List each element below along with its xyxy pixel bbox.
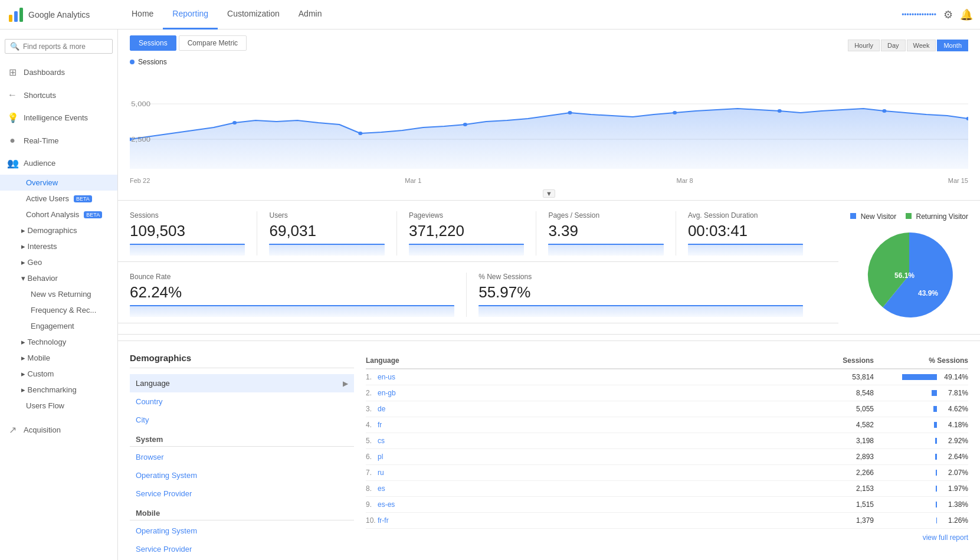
day-btn[interactable]: Day	[881, 40, 906, 51]
header-language: Language	[366, 356, 815, 365]
metric-avg-duration-sparkline	[688, 244, 803, 256]
metric-bounce-label: Bounce Rate	[130, 273, 454, 281]
demo-mobile-os[interactable]: Operating System	[130, 522, 354, 540]
new-visitor-label: New Visitor	[861, 212, 896, 221]
metric-pages-session-sparkline	[548, 244, 663, 256]
intelligence-label: Intelligence Events	[24, 113, 88, 122]
sidebar-sub-mobile[interactable]: ▸ Mobile	[0, 350, 117, 366]
audience-icon: 👥	[7, 158, 18, 169]
row-num: 8.	[366, 484, 378, 493]
sidebar-item-dashboards[interactable]: ⊞ Dashboards	[0, 61, 117, 84]
demo-city[interactable]: City	[130, 411, 354, 429]
demo-language[interactable]: Language ▶	[130, 374, 354, 392]
row-pct-wrap: 1.26%	[874, 516, 968, 525]
demo-mobile-service-provider[interactable]: Service Provider	[130, 540, 354, 558]
view-full-report[interactable]: view full report	[366, 529, 968, 546]
demo-service-provider[interactable]: Service Provider	[130, 484, 354, 503]
chart-area-fill	[130, 109, 968, 169]
sidebar-sub-active-users[interactable]: Active Users BETA	[0, 191, 117, 207]
pie-chart-svg: 56.1% 43.9%	[862, 228, 956, 322]
pie-legend: New Visitor Returning Visitor	[850, 212, 968, 221]
table-row: 9. es-es 1,515 1.38%	[366, 497, 968, 513]
sidebar-item-audience[interactable]: 👥 Audience	[0, 152, 117, 175]
row-pct-wrap: 2.07%	[874, 469, 968, 477]
account-selector[interactable]: ••••••••••••••	[902, 11, 936, 19]
sessions-legend: Sessions	[130, 58, 968, 66]
pie-section: New Visitor Returning Visitor 56.1% 43.9…	[838, 201, 980, 334]
table-header: Language Sessions % Sessions	[366, 353, 968, 369]
settings-icon[interactable]: ⚙	[943, 8, 953, 21]
row-lang[interactable]: pl	[378, 453, 815, 461]
row-lang[interactable]: en-us	[378, 373, 815, 381]
row-num: 10.	[366, 516, 378, 525]
sidebar-sub-interests[interactable]: ▸ Interests	[0, 238, 117, 254]
row-sessions: 3,198	[815, 437, 874, 445]
row-lang[interactable]: cs	[378, 437, 815, 445]
pct-text: 2.64%	[942, 453, 968, 461]
metrics-row-2: Bounce Rate 62.24% % New Sessions 55.97%	[118, 262, 838, 323]
row-lang[interactable]: fr-fr	[378, 516, 815, 525]
hourly-btn[interactable]: Hourly	[848, 40, 880, 51]
x-label-mar1: Mar 1	[405, 177, 421, 184]
row-pct-wrap: 49.14%	[874, 373, 968, 381]
row-lang[interactable]: en-gb	[378, 389, 815, 397]
nav-reporting[interactable]: Reporting	[163, 0, 218, 30]
chart-tabs: Sessions Compare Metric	[130, 35, 247, 51]
sidebar-sub-demographics[interactable]: ▸ Demographics	[0, 222, 117, 238]
row-sessions: 1,379	[815, 516, 874, 525]
metric-bounce-sparkline	[130, 305, 454, 317]
sidebar-sub-overview[interactable]: Overview	[0, 175, 117, 191]
notifications-icon[interactable]: 🔔	[960, 8, 973, 21]
search-box[interactable]: 🔍	[5, 39, 113, 54]
sidebar-sub-geo[interactable]: ▸ Geo	[0, 254, 117, 270]
row-sessions: 2,153	[815, 484, 874, 493]
week-btn[interactable]: Week	[907, 40, 936, 51]
tab-compare[interactable]: Compare Metric	[179, 35, 247, 51]
row-pct-wrap: 2.64%	[874, 453, 968, 461]
sidebar-item-realtime[interactable]: ● Real-Time	[0, 129, 117, 152]
sidebar-sub-new-returning[interactable]: New vs Returning	[0, 286, 117, 302]
language-arrow: ▶	[343, 379, 348, 388]
demo-browser[interactable]: Browser	[130, 448, 354, 466]
row-sessions: 1,515	[815, 500, 874, 509]
search-input[interactable]	[23, 42, 107, 51]
x-label-mar15: Mar 15	[948, 177, 968, 184]
metric-pageviews-value: 371,220	[409, 222, 524, 240]
chart-dot	[463, 123, 467, 126]
sidebar-sub-benchmarking[interactable]: ▸ Benchmarking	[0, 382, 117, 398]
metric-users-label: Users	[269, 211, 384, 220]
sidebar-sub-cohort[interactable]: Cohort Analysis BETA	[0, 207, 117, 222]
new-visitor-dot	[850, 213, 856, 219]
pct-text: 4.62%	[942, 405, 968, 413]
chart-x-labels: Feb 22 Mar 1 Mar 8 Mar 15	[130, 175, 968, 189]
sidebar-sub-users-flow[interactable]: Users Flow	[0, 398, 117, 414]
metric-users-value: 69,031	[269, 222, 384, 240]
row-lang[interactable]: ru	[378, 469, 815, 477]
sidebar-sub-custom[interactable]: ▸ Custom	[0, 366, 117, 382]
pct-bar	[935, 438, 938, 444]
row-lang[interactable]: de	[378, 405, 815, 413]
sidebar-sub-behavior[interactable]: ▾ Behavior	[0, 270, 117, 286]
sidebar-sub-frequency[interactable]: Frequency & Rec...	[0, 302, 117, 318]
pie-new-pct-label: 56.1%	[894, 271, 915, 280]
acquisition-label: Acquisition	[24, 425, 61, 434]
sidebar-sub-engagement[interactable]: Engagement	[0, 318, 117, 334]
sidebar-item-acquisition[interactable]: ↗ Acquisition	[0, 418, 117, 441]
month-btn[interactable]: Month	[937, 40, 968, 51]
sessions-legend-label: Sessions	[138, 58, 167, 66]
demo-country[interactable]: Country	[130, 392, 354, 411]
collapse-chart-btn[interactable]: ▼	[543, 189, 555, 198]
row-lang[interactable]: fr	[378, 421, 815, 429]
nav-home[interactable]: Home	[122, 0, 163, 30]
nav-customization[interactable]: Customization	[218, 0, 289, 30]
demo-operating-system[interactable]: Operating System	[130, 466, 354, 484]
nav-admin[interactable]: Admin	[289, 0, 332, 30]
bottom-section: Demographics Language ▶ Country City Sys…	[118, 340, 980, 560]
row-lang[interactable]: es-es	[378, 500, 815, 509]
sidebar-item-shortcuts[interactable]: ← Shortcuts	[0, 84, 117, 106]
sidebar-sub-technology[interactable]: ▸ Technology	[0, 334, 117, 350]
tab-sessions[interactable]: Sessions	[130, 35, 176, 51]
sidebar-item-intelligence[interactable]: 💡 Intelligence Events	[0, 106, 117, 129]
row-lang[interactable]: es	[378, 484, 815, 493]
data-table-section: Language Sessions % Sessions 1. en-us 53…	[366, 353, 968, 560]
